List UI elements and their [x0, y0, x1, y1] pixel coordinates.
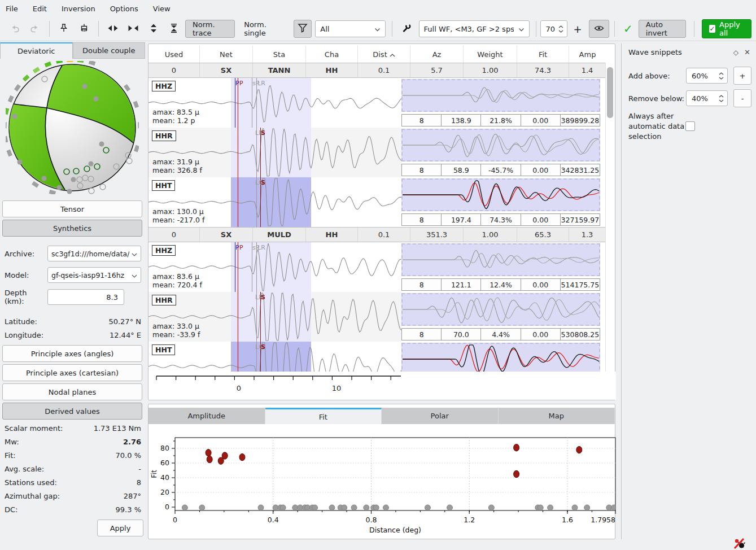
wave-snippets-titlebar: Wave snippets ◇ ✕ — [628, 48, 750, 56]
focal-mechanism-beachball[interactable] — [6, 61, 139, 203]
expand-horizontal-button[interactable] — [104, 20, 122, 38]
tab-deviatoric[interactable]: Deviatoric — [0, 42, 73, 59]
menu-inversion[interactable]: Inversion — [62, 5, 95, 13]
menu-options[interactable]: Options — [110, 5, 138, 13]
col-az[interactable]: Az — [410, 46, 464, 63]
tab-fit[interactable]: Fit — [265, 408, 382, 424]
nodal-planes-button[interactable]: Nodal planes — [2, 383, 142, 400]
apply-all-button[interactable]: ✓ Apply all — [702, 19, 751, 38]
spin-arrows-icon[interactable] — [719, 95, 727, 102]
tab-polar[interactable]: Polar — [382, 408, 499, 424]
col-amp[interactable]: Amp — [569, 46, 606, 63]
float-panel-icon[interactable]: ◇ — [733, 49, 738, 56]
menu-file[interactable]: File — [6, 5, 18, 13]
waveform-row-TANN-HHT[interactable]: LQ S HHT amax: 130.0 μ mean: -217.0 f — [148, 177, 606, 227]
snippet-waveform — [403, 344, 599, 372]
undo-button[interactable] — [6, 20, 24, 38]
model-select[interactable]: gf-qseis-iasp91-16hz — [47, 267, 141, 283]
waveform-row-MULD-HHT[interactable]: LQ S HHT — [148, 342, 606, 372]
net-value: SX — [200, 228, 253, 242]
col-dist[interactable]: Dist — [358, 46, 410, 63]
menu-view[interactable]: View — [153, 5, 171, 13]
waveform-scrollbar[interactable] — [605, 63, 614, 372]
phase-marker-P-pick[interactable] — [238, 292, 238, 342]
redo-button[interactable] — [26, 20, 44, 38]
archive-row: Archive: sc3gf1d:///home/data/ — [5, 246, 141, 261]
collapse-vertical-button[interactable] — [165, 20, 183, 38]
norm-trace-label: Norm. trace — [193, 20, 228, 37]
stat-cell: -45.7% — [481, 164, 521, 176]
waveform-row-TANN-HHR[interactable]: LR S HHR amax: 31.9 μ mean: 326.8 f — [148, 128, 606, 177]
col-cha[interactable]: Cha — [306, 46, 358, 63]
tab-amplitude[interactable]: Amplitude — [148, 408, 265, 424]
avg-scale-value: - — [138, 465, 141, 473]
col-sta[interactable]: Sta — [253, 46, 306, 63]
plus-icon: + — [574, 23, 582, 35]
auto-selection-checkbox[interactable] — [685, 121, 695, 131]
principle-axes-cartesian-button[interactable]: Principle axes (cartesian) — [2, 364, 142, 381]
apply-button[interactable]: Apply — [97, 520, 143, 536]
tab-map[interactable]: Map — [499, 408, 615, 424]
waveform-row-MULD-HHR[interactable]: LR S HHR amax: 33.0 μ mean: -33.9 f — [148, 292, 606, 342]
svg-text:1.2: 1.2 — [464, 516, 475, 524]
minus-icon: - — [741, 94, 744, 103]
clean-button[interactable] — [75, 20, 93, 38]
phase-marker-P-pick[interactable] — [238, 128, 238, 177]
wave-snippet-box[interactable] — [401, 343, 600, 372]
dc-label: DC: — [5, 505, 18, 514]
tab-double-couple[interactable]: Double couple — [73, 42, 146, 59]
derived-values-button[interactable]: Derived values — [2, 403, 142, 420]
threshold-spinbox[interactable]: 70 — [540, 20, 568, 37]
principle-axes-angles-button[interactable]: Principle axes (angles) — [2, 345, 142, 362]
sta-value: MULD — [253, 228, 306, 242]
wave-snippet-box[interactable] — [401, 79, 600, 112]
collapse-horizontal-button[interactable] — [124, 20, 142, 38]
add-threshold-button[interactable]: + — [569, 20, 587, 38]
waveform-row-TANN-HHZ[interactable]: P P sP LR HHZ amax: 83.5 μ mean: 1.2 p — [148, 78, 606, 128]
add-above-spinbox[interactable]: 60% — [686, 68, 728, 84]
auto-invert-button[interactable]: Auto invert — [639, 20, 686, 38]
close-panel-icon[interactable]: ✕ — [744, 48, 750, 56]
station-row-MULD[interactable]: 0 SX MULD HH 0.1 351.3 1.00 65.3 1.3 — [148, 227, 606, 242]
col-fit[interactable]: Fit — [517, 46, 569, 63]
remove-below-spinbox[interactable]: 40% — [686, 90, 728, 106]
waveform-row-MULD-HHZ[interactable]: P P sP LR HHZ amax: 83.6 μ mean: 720.4 f — [148, 242, 606, 292]
wave-snippet-box[interactable] — [401, 293, 600, 326]
station-row-TANN[interactable]: 0 SX TANN HH 0.1 5.7 1.00 74.3 1.4 — [148, 63, 606, 78]
notifications-muted-icon[interactable] — [733, 538, 746, 550]
depth-value: 8.3 — [106, 293, 118, 302]
tensor-button[interactable]: Tensor — [2, 200, 142, 217]
norm-single-button[interactable]: Norm. single — [237, 20, 288, 37]
used-value: 0 — [148, 63, 200, 77]
depth-input[interactable]: 8.3 — [47, 289, 124, 305]
filter-button[interactable] — [294, 20, 312, 38]
scrollbar-thumb[interactable] — [607, 67, 613, 118]
wrench-button[interactable] — [397, 20, 416, 38]
spin-arrows-icon[interactable] — [558, 25, 567, 33]
svg-text:0.4: 0.4 — [268, 516, 279, 524]
archive-select[interactable]: sc3gf1d:///home/data/ — [47, 246, 141, 261]
norm-trace-button[interactable]: Norm. trace — [185, 20, 235, 38]
wave-snippet-box[interactable] — [401, 178, 600, 211]
spin-arrows-icon[interactable] — [719, 72, 727, 80]
trace-waveform — [148, 342, 401, 372]
expand-vertical-button[interactable] — [145, 20, 163, 38]
col-used[interactable]: Used — [148, 46, 200, 63]
col-weight[interactable]: Weight — [464, 46, 517, 63]
wave-snippet-box[interactable] — [401, 243, 600, 276]
profile-select[interactable]: Full WF, <M3, GF >2 sps — [419, 20, 530, 37]
col-net[interactable]: Net — [200, 46, 253, 63]
pin-icon — [59, 23, 69, 35]
pin-button[interactable] — [55, 20, 73, 38]
filter-select[interactable]: All — [315, 20, 385, 37]
phase-marker-P-pick[interactable] — [238, 177, 238, 227]
add-snippets-button[interactable]: + — [733, 67, 751, 85]
remove-snippets-button[interactable]: - — [733, 89, 751, 107]
wave-snippet-box[interactable] — [401, 129, 600, 161]
threshold-value: 70 — [541, 25, 559, 33]
phase-marker-P-pick[interactable] — [238, 342, 238, 372]
synthetics-button[interactable]: Synthetics — [2, 220, 142, 237]
channel-code-badge: HHZ — [152, 245, 176, 256]
visibility-button[interactable] — [589, 20, 609, 38]
menu-edit[interactable]: Edit — [33, 5, 47, 13]
